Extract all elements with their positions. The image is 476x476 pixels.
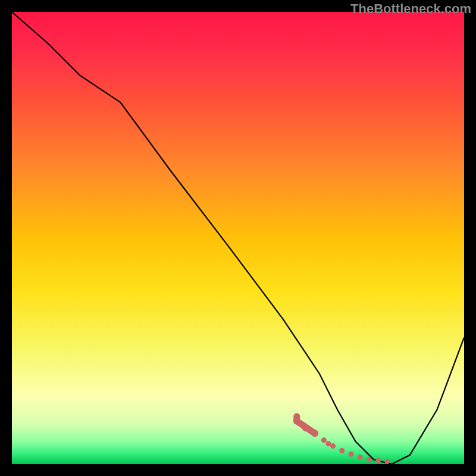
optimal-range-marks <box>293 416 390 464</box>
highlight-dot <box>358 455 363 460</box>
highlight-dot <box>311 430 318 437</box>
highlight-dot <box>339 448 345 453</box>
highlight-dot <box>321 437 327 443</box>
watermark-text: TheBottleneck.com <box>350 1 471 17</box>
curve-layer <box>12 12 464 464</box>
bottleneck-curve <box>12 12 464 464</box>
highlight-dot <box>367 457 372 462</box>
plot-area <box>12 12 464 464</box>
highlight-dot <box>293 418 300 425</box>
highlight-dot <box>302 424 309 431</box>
highlight-dot <box>375 458 381 463</box>
highlight-dot <box>384 459 390 464</box>
highlight-dot <box>330 443 336 449</box>
highlight-dot <box>349 452 354 457</box>
